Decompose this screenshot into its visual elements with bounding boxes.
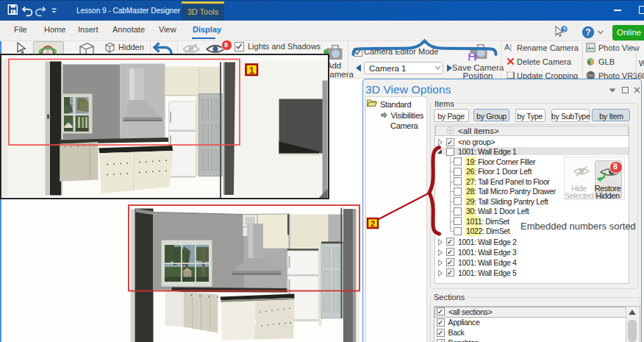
svg-text:?: ?: [562, 26, 566, 33]
svg-text:?: ?: [585, 27, 590, 38]
